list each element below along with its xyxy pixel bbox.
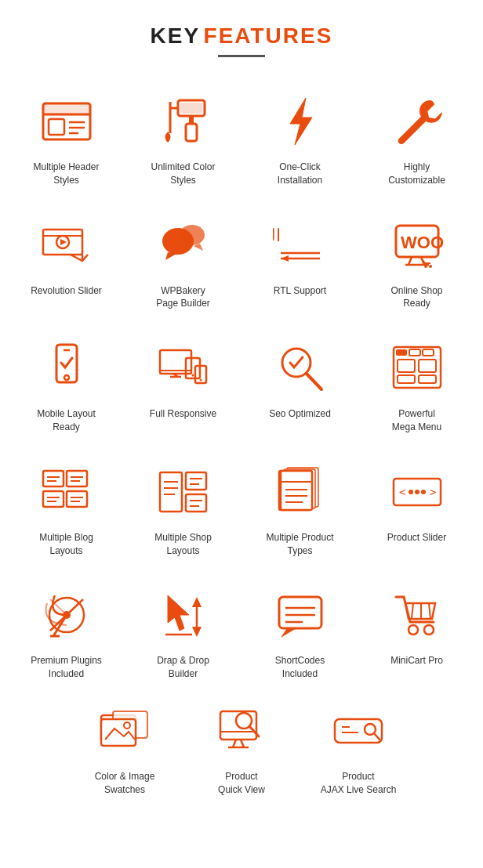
wpbakery-label: WPBakeryPage Builder xyxy=(156,284,210,311)
feature-item-highly-customizable: HighlyCustomizable xyxy=(358,81,475,197)
svg-point-33 xyxy=(64,375,69,380)
feature-item-color-image-swatches: Color & ImageSwatches xyxy=(67,690,183,806)
feature-item-revolution-slider: Revolution Slider xyxy=(8,204,125,320)
wpbakery-icon xyxy=(152,214,215,277)
seo-optimized-label: Seo Optimized xyxy=(269,407,331,421)
svg-rect-46 xyxy=(396,349,407,356)
product-quick-view-icon xyxy=(210,700,273,762)
multiple-header-styles-icon xyxy=(35,90,98,153)
svg-point-20 xyxy=(180,225,205,245)
key-text: KEY xyxy=(151,24,201,48)
feature-item-drag-drop: Drap & DropBuilder xyxy=(125,574,242,690)
feature-item-product-slider: < > Product Slider xyxy=(358,451,475,567)
svg-line-128 xyxy=(374,733,380,740)
svg-marker-100 xyxy=(192,627,202,637)
svg-rect-51 xyxy=(398,375,415,383)
highly-customizable-label: HighlyCustomizable xyxy=(388,161,445,187)
feature-item-full-responsive: Full Responsive xyxy=(125,327,242,443)
product-slider-icon: < > xyxy=(386,461,448,523)
product-ajax-search-label: ProductAJAX Live Search xyxy=(321,770,397,797)
product-slider-label: Product Slider xyxy=(387,531,446,544)
svg-text:<: < xyxy=(399,486,405,498)
mobile-layout-ready-label: Mobile LayoutReady xyxy=(37,407,96,434)
product-quick-view-label: ProductQuick View xyxy=(218,770,265,797)
minicart-pro-icon xyxy=(386,584,448,646)
features-text: FEATURES xyxy=(204,24,333,48)
svg-rect-72 xyxy=(186,494,206,512)
svg-point-92 xyxy=(421,490,426,494)
color-image-swatches-icon xyxy=(93,700,156,762)
svg-rect-62 xyxy=(67,491,87,507)
shortcodes-label: ShortCodesIncluded xyxy=(275,654,325,681)
svg-line-109 xyxy=(429,603,430,619)
drag-drop-icon xyxy=(152,584,215,646)
feature-item-product-ajax-search: ProductAJAX Live Search xyxy=(300,690,417,806)
svg-rect-47 xyxy=(409,349,420,356)
multiple-header-styles-label: Multiple HeaderStyles xyxy=(33,161,99,187)
svg-point-91 xyxy=(415,490,419,494)
shortcodes-icon xyxy=(269,584,332,646)
svg-rect-1 xyxy=(43,103,90,114)
svg-rect-8 xyxy=(180,103,202,114)
multiple-blog-layouts-label: Multiple BlogLayouts xyxy=(39,531,93,558)
svg-point-110 xyxy=(409,625,418,635)
feature-item-powerful-mega-menu: PowerfulMega Menu xyxy=(358,327,475,443)
features-grid: Multiple HeaderStyles Unlimited ColorSty… xyxy=(8,81,475,690)
svg-rect-3 xyxy=(49,119,64,135)
svg-text:>: > xyxy=(430,486,436,498)
features-grid-last: Color & ImageSwatches ProductQuick View xyxy=(8,690,475,806)
unlimited-color-styles-icon xyxy=(152,90,215,153)
feature-item-online-shop-ready: WOO Online ShopReady xyxy=(358,204,475,320)
svg-rect-48 xyxy=(423,349,434,356)
svg-marker-103 xyxy=(281,628,296,638)
multiple-blog-layouts-icon xyxy=(35,461,98,523)
multiple-shop-layouts-label: Multiple ShopLayouts xyxy=(154,531,212,558)
powerful-mega-menu-icon xyxy=(386,337,448,400)
svg-text:WOO: WOO xyxy=(401,233,444,252)
feature-item-multiple-shop-layouts: Multiple ShopLayouts xyxy=(125,451,242,567)
one-click-installation-icon xyxy=(269,90,332,153)
svg-line-107 xyxy=(412,603,413,619)
seo-optimized-icon xyxy=(269,337,332,400)
svg-marker-13 xyxy=(290,98,312,145)
svg-line-120 xyxy=(241,740,244,747)
svg-point-111 xyxy=(424,625,434,635)
rtl-support-label: RTL Support xyxy=(274,284,326,298)
multiple-shop-layouts-icon xyxy=(152,461,215,523)
svg-marker-99 xyxy=(192,597,202,607)
feature-item-multiple-product-types: Multiple ProductTypes xyxy=(242,451,358,567)
feature-item-multiple-header-styles: Multiple HeaderStyles xyxy=(8,81,125,197)
feature-item-mobile-layout-ready: Mobile LayoutReady xyxy=(8,327,125,443)
svg-point-31 xyxy=(429,265,432,268)
svg-rect-49 xyxy=(398,360,415,372)
svg-rect-69 xyxy=(186,472,206,490)
premium-plugins-label: Premium PluginsIncluded xyxy=(31,654,102,681)
svg-marker-24 xyxy=(281,255,289,262)
feature-item-seo-optimized: Seo Optimized xyxy=(242,327,358,443)
svg-marker-97 xyxy=(168,595,189,631)
svg-rect-102 xyxy=(279,597,321,628)
color-image-swatches-label: Color & ImageSwatches xyxy=(95,770,155,797)
premium-plugins-icon xyxy=(35,584,98,646)
svg-rect-52 xyxy=(419,375,436,383)
feature-item-shortcodes: ShortCodesIncluded xyxy=(242,574,358,690)
svg-line-119 xyxy=(233,740,236,747)
feature-item-product-quick-view: ProductQuick View xyxy=(183,690,300,806)
svg-rect-59 xyxy=(43,491,64,507)
svg-rect-56 xyxy=(67,471,87,486)
revolution-slider-icon xyxy=(35,214,98,277)
one-click-installation-label: One-ClickInstallation xyxy=(278,161,322,187)
section-title: KEY FEATURES xyxy=(8,24,475,49)
svg-rect-50 xyxy=(419,360,436,372)
multiple-product-types-icon xyxy=(269,461,332,523)
unlimited-color-styles-label: Unlimited ColorStyles xyxy=(151,161,215,187)
full-responsive-label: Full Responsive xyxy=(150,407,216,421)
online-shop-ready-icon: WOO xyxy=(386,214,448,277)
feature-item-multiple-blog-layouts: Multiple BlogLayouts xyxy=(8,451,125,567)
svg-marker-16 xyxy=(60,239,67,245)
svg-text:العربية: العربية xyxy=(273,226,281,246)
feature-item-unlimited-color-styles: Unlimited ColorStyles xyxy=(125,81,242,197)
svg-point-30 xyxy=(424,265,427,268)
mobile-layout-ready-icon xyxy=(35,337,98,400)
feature-item-minicart-pro: MiniCart Pro xyxy=(358,574,475,690)
